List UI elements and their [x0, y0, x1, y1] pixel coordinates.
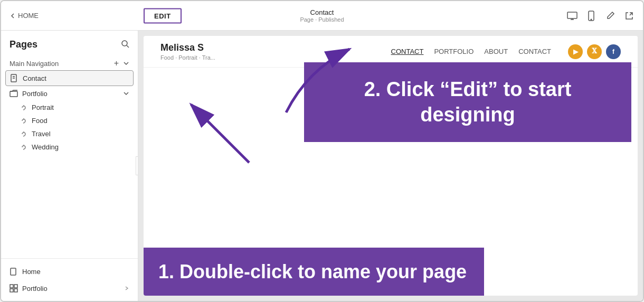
home-page-label: Home [22, 268, 41, 276]
svg-point-5 [122, 41, 127, 46]
search-icon[interactable] [121, 40, 129, 50]
collapse-icon[interactable] [123, 60, 129, 67]
sidebar-item-wedding[interactable]: Wedding [1, 140, 138, 154]
portfolio-label: Portfolio [22, 90, 48, 98]
nav-section-header: Main Navigation + [1, 54, 138, 70]
sidebar-item-portrait[interactable]: Portrait [1, 101, 138, 114]
svg-rect-14 [10, 289, 13, 292]
home-link[interactable]: HOME [10, 12, 39, 20]
nav-link-contact1[interactable]: CONTACT [391, 48, 424, 55]
portrait-label: Portrait [32, 103, 54, 111]
social-icons: ▶ 𝕏 f [568, 44, 621, 59]
website-logo: Melissa S [160, 42, 215, 53]
chevron-left-icon [10, 13, 16, 19]
sidebar-item-contact[interactable]: Contact [5, 70, 134, 86]
home-page-icon [10, 267, 18, 276]
svg-rect-10 [10, 91, 17, 97]
add-page-button[interactable]: + [114, 59, 119, 68]
nav-link-about[interactable]: ABOUT [484, 48, 508, 55]
svg-rect-15 [14, 289, 17, 292]
folder-icon [10, 89, 18, 98]
svg-line-6 [127, 45, 129, 48]
external-link-icon[interactable] [624, 11, 634, 21]
portfolio-bottom-label: Portfolio [22, 285, 48, 292]
edit-button[interactable]: EDIT [144, 8, 182, 23]
svg-rect-11 [11, 268, 16, 275]
sidebar: Pages Main Navigation + [1, 31, 138, 301]
callout-edit: 2. Click “Edit” to start designing [304, 62, 631, 142]
sidebar-item-portfolio[interactable]: Portfolio [1, 86, 138, 101]
top-bar: HOME EDIT Contact Page · Published [1, 1, 643, 31]
top-bar-right [567, 11, 634, 21]
nav-section-actions: + [114, 59, 129, 68]
nav-link-portfolio[interactable]: PORTFOLIO [434, 48, 473, 55]
linked-page-icon-2 [20, 117, 27, 125]
edit-pen-icon[interactable] [605, 11, 615, 21]
food-label: Food [32, 117, 48, 125]
sidebar-item-home[interactable]: Home [1, 263, 138, 280]
sidebar-item-travel[interactable]: Travel [1, 127, 138, 140]
website-nav-links: CONTACT PORTFOLIO ABOUT CONTACT ▶ 𝕏 f [391, 44, 621, 59]
website-logo-container: Melissa S Food · Portrait · Tra... [160, 42, 215, 61]
sidebar-title: Pages [10, 39, 37, 50]
sidebar-bottom: Home Portfolio [1, 258, 138, 301]
contact-label: Contact [23, 74, 46, 82]
twitter-button[interactable]: 𝕏 [587, 44, 602, 59]
home-label: HOME [18, 12, 39, 20]
svg-rect-13 [14, 285, 17, 288]
mobile-icon[interactable] [586, 11, 596, 21]
page-title: Contact [300, 8, 344, 16]
page-subtitle: Page · Published [300, 16, 344, 23]
portfolio-chevron-down-icon[interactable] [123, 90, 129, 97]
svg-rect-0 [567, 12, 577, 18]
linked-page-icon [20, 104, 27, 111]
svg-point-4 [591, 19, 592, 20]
sidebar-header: Pages [1, 31, 138, 54]
page-info: Contact Page · Published [300, 8, 344, 23]
desktop-icon[interactable] [567, 11, 577, 21]
youtube-button[interactable]: ▶ [568, 44, 583, 59]
nav-link-contact2[interactable]: CONTACT [518, 48, 551, 55]
callout-name-page-text: 1. Double-click to name your page [158, 260, 469, 283]
portfolio-expand-icon[interactable] [124, 285, 129, 292]
facebook-button[interactable]: f [606, 44, 621, 59]
callout-edit-text: 2. Click “Edit” to start designing [321, 77, 614, 127]
main-layout: Pages Main Navigation + [1, 31, 643, 301]
wedding-label: Wedding [32, 143, 59, 151]
sidebar-item-food[interactable]: Food [1, 114, 138, 127]
linked-page-icon-4 [20, 144, 27, 151]
page-icon [10, 74, 18, 82]
preview-area: Melissa S Food · Portrait · Tra... CONTA… [138, 31, 643, 301]
svg-rect-12 [10, 285, 13, 288]
callout-name-page: 1. Double-click to name your page [144, 248, 484, 296]
grid-icon [10, 284, 18, 292]
sidebar-item-portfolio-bottom[interactable]: Portfolio [1, 280, 138, 297]
nav-section-label: Main Navigation [10, 60, 59, 68]
website-logo-sub: Food · Portrait · Tra... [160, 54, 215, 61]
travel-label: Travel [32, 130, 51, 138]
linked-page-icon-3 [20, 130, 27, 138]
website-preview: Melissa S Food · Portrait · Tra... CONTA… [144, 36, 638, 296]
